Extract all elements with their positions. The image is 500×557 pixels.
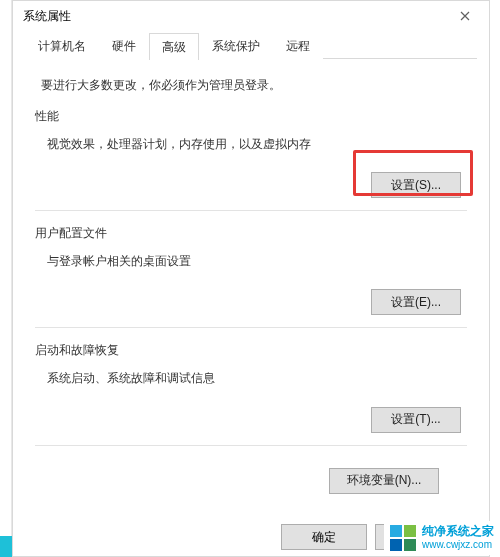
watermark-logo-icon	[390, 525, 416, 551]
tab-advanced[interactable]: 高级	[149, 33, 199, 60]
group-startup-recovery: 启动和故障恢复 系统启动、系统故障和调试信息 设置(T)...	[35, 342, 467, 445]
group-performance-desc: 视觉效果，处理器计划，内存使用，以及虚拟内存	[35, 129, 467, 154]
environment-variables-button[interactable]: 环境变量(N)...	[329, 468, 439, 494]
dialog-title: 系统属性	[23, 8, 71, 25]
watermark-url: www.cwjxz.com	[422, 539, 494, 551]
tab-system-protection[interactable]: 系统保护	[199, 33, 273, 59]
close-icon	[460, 11, 470, 21]
group-user-profiles-title: 用户配置文件	[35, 225, 467, 242]
performance-settings-button[interactable]: 设置(S)...	[371, 172, 461, 198]
titlebar: 系统属性	[13, 1, 489, 31]
user-profiles-settings-button[interactable]: 设置(E)...	[371, 289, 461, 315]
watermark: 纯净系统之家 www.cwjxz.com	[384, 521, 500, 555]
tab-computer-name[interactable]: 计算机名	[25, 33, 99, 59]
ok-button[interactable]: 确定	[281, 524, 367, 550]
close-button[interactable]	[445, 3, 485, 29]
startup-recovery-settings-button[interactable]: 设置(T)...	[371, 407, 461, 433]
group-startup-recovery-desc: 系统启动、系统故障和调试信息	[35, 363, 467, 388]
tab-content-advanced: 要进行大多数更改，你必须作为管理员登录。 性能 视觉效果，处理器计划，内存使用，…	[13, 59, 489, 506]
tabs: 计算机名 硬件 高级 系统保护 远程	[25, 31, 477, 59]
group-user-profiles-desc: 与登录帐户相关的桌面设置	[35, 246, 467, 271]
watermark-name: 纯净系统之家	[422, 525, 494, 539]
group-startup-recovery-title: 启动和故障恢复	[35, 342, 467, 359]
group-performance-title: 性能	[35, 108, 467, 125]
group-performance: 性能 视觉效果，处理器计划，内存使用，以及虚拟内存 设置(S)...	[35, 108, 467, 211]
admin-note: 要进行大多数更改，你必须作为管理员登录。	[35, 77, 467, 94]
tab-remote[interactable]: 远程	[273, 33, 323, 59]
system-properties-dialog: 系统属性 计算机名 硬件 高级 系统保护 远程 要进行大多数更改，你必须作为管理…	[12, 0, 490, 557]
tab-hardware[interactable]: 硬件	[99, 33, 149, 59]
group-user-profiles: 用户配置文件 与登录帐户相关的桌面设置 设置(E)...	[35, 225, 467, 328]
